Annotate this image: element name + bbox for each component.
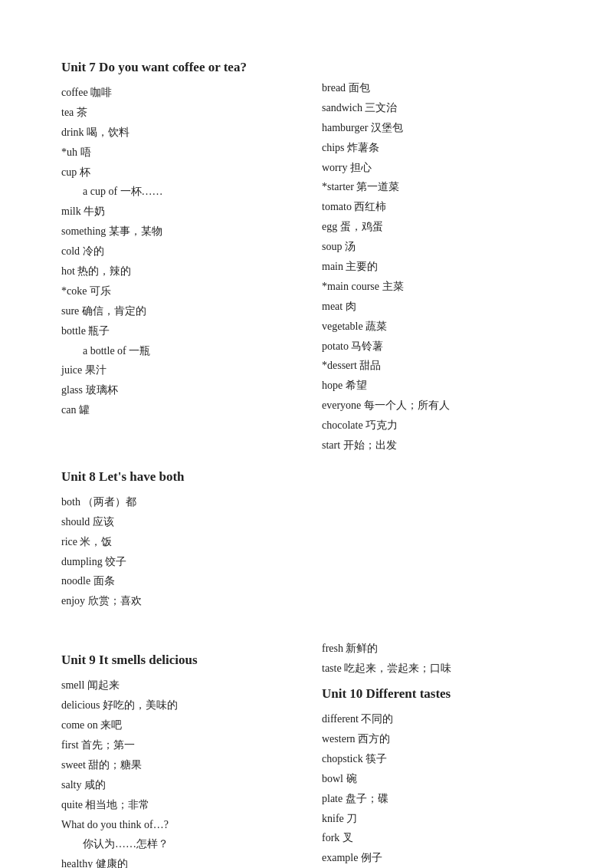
- list-item: something 某事，某物: [61, 222, 291, 242]
- list-item: come on 来吧: [61, 715, 291, 735]
- list-item: drink 喝，饮料: [61, 123, 291, 143]
- list-item: hope 希望: [322, 376, 552, 396]
- list-item: rice 米，饭: [61, 532, 552, 552]
- list-item: *starter 第一道菜: [322, 177, 552, 197]
- list-item: egg 蛋，鸡蛋: [322, 217, 552, 237]
- unit9-word-list: smell 闻起来 delicious 好吃的，美味的 come on 来吧 f…: [61, 676, 291, 868]
- list-item: sandwich 三文治: [322, 98, 552, 118]
- list-item: tomato 西红柿: [322, 197, 552, 217]
- list-item: enjoy 欣赏；喜欢: [61, 591, 552, 611]
- unit7-title: Unit 7 Do you want coffee or tea?: [61, 60, 291, 75]
- list-item: chips 炸薯条: [322, 138, 552, 158]
- gap-spacer: [61, 611, 552, 639]
- unit8-section: Unit 8 Let's have both both （两者）都 should…: [61, 469, 552, 611]
- list-item: 你认为……怎样？: [61, 834, 291, 854]
- list-item: sweet 甜的；糖果: [61, 755, 291, 775]
- list-item: both （两者）都: [61, 492, 552, 512]
- list-item: chocolate 巧克力: [322, 416, 552, 436]
- list-item: should 应该: [61, 512, 552, 532]
- list-item: sure 确信，肯定的: [61, 301, 291, 321]
- list-item: bottle 瓶子: [61, 321, 291, 341]
- list-item: cold 冷的: [61, 242, 291, 261]
- list-item: milk 牛奶: [61, 202, 291, 222]
- unit10-title: Unit 10 Different tastes: [322, 686, 552, 702]
- list-item: potato 马铃薯: [322, 337, 552, 357]
- list-item: healthy 健康的: [61, 854, 291, 868]
- list-item: *coke 可乐: [61, 281, 291, 301]
- list-item: *main course 主菜: [322, 277, 552, 297]
- list-item: bread 面包: [322, 78, 552, 98]
- list-item: first 首先；第一: [61, 735, 291, 755]
- list-item: juice 果汁: [61, 360, 291, 380]
- list-item: different 不同的: [322, 709, 552, 729]
- list-item: cup 杯: [61, 163, 291, 182]
- unit7-word-list-left: coffee 咖啡 tea 茶 drink 喝，饮料 *uh 唔 cup 杯 a…: [61, 83, 291, 420]
- list-item: What do you think of…?: [61, 815, 291, 835]
- list-item: fresh 新鲜的: [322, 639, 552, 659]
- list-item: hot 热的，辣的: [61, 261, 291, 281]
- list-item: a bottle of 一瓶: [61, 341, 291, 361]
- unit10-word-list: different 不同的 western 西方的 chopstick 筷子 b…: [322, 709, 552, 868]
- list-item: worry 担心: [322, 158, 552, 178]
- list-item: meat 肉: [322, 297, 552, 317]
- unit9-10-right: fresh 新鲜的 taste 吃起来，尝起来；口味 Unit 10 Diffe…: [306, 639, 552, 868]
- list-item: *dessert 甜品: [322, 356, 552, 376]
- unit8-title: Unit 8 Let's have both: [61, 469, 552, 485]
- list-item: tea 茶: [61, 103, 291, 123]
- unit9-title: Unit 9 It smells delicious: [61, 653, 291, 668]
- list-item: glass 玻璃杯: [61, 380, 291, 400]
- list-item: coffee 咖啡: [61, 83, 291, 103]
- list-item: main 主要的: [322, 257, 552, 277]
- list-item: noodle 面条: [61, 571, 552, 591]
- list-item: everyone 每一个人；所有人: [322, 396, 552, 416]
- unit9-left: Unit 9 It smells delicious smell 闻起来 del…: [61, 639, 306, 868]
- unit7-word-list-right: bread 面包 sandwich 三文治 hamburger 汉堡包 chip…: [322, 78, 552, 455]
- list-item: vegetable 蔬菜: [322, 317, 552, 337]
- unit9-10-section: Unit 9 It smells delicious smell 闻起来 del…: [61, 639, 552, 868]
- list-item: smell 闻起来: [61, 676, 291, 695]
- list-item: western 西方的: [322, 729, 552, 749]
- list-item: chopstick 筷子: [322, 749, 552, 769]
- list-item: knife 刀: [322, 809, 552, 829]
- unit7-left: Unit 7 Do you want coffee or tea? coffee…: [61, 46, 306, 455]
- unit7-section: Unit 7 Do you want coffee or tea? coffee…: [61, 46, 552, 455]
- list-item: delicious 好吃的，美味的: [61, 695, 291, 715]
- list-item: taste 吃起来，尝起来；口味: [322, 659, 552, 679]
- list-item: dumpling 饺子: [61, 552, 552, 572]
- unit8-word-list: both （两者）都 should 应该 rice 米，饭 dumpling 饺…: [61, 492, 552, 611]
- list-item: fork 叉: [322, 828, 552, 848]
- list-item: start 开始；出发: [322, 436, 552, 455]
- list-item: bowl 碗: [322, 769, 552, 789]
- list-item: hamburger 汉堡包: [322, 118, 552, 138]
- list-item: can 罐: [61, 400, 291, 420]
- list-item: *uh 唔: [61, 143, 291, 163]
- unit9-right-word-list: fresh 新鲜的 taste 吃起来，尝起来；口味: [322, 639, 552, 679]
- unit7-right: bread 面包 sandwich 三文治 hamburger 汉堡包 chip…: [306, 46, 552, 455]
- list-item: soup 汤: [322, 237, 552, 257]
- list-item: example 例子: [322, 848, 552, 868]
- list-item: a cup of 一杯……: [61, 182, 291, 202]
- list-item: salty 咸的: [61, 775, 291, 795]
- list-item: quite 相当地；非常: [61, 795, 291, 815]
- list-item: plate 盘子；碟: [322, 789, 552, 809]
